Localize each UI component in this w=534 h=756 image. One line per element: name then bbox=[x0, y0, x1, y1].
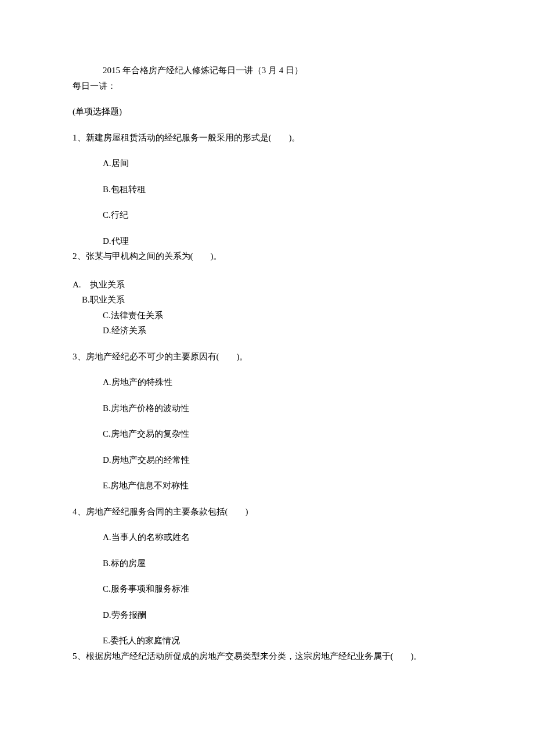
question-5-stem: 5、根据房地产经纪活动所促成的房地产交易类型来分类，这宗房地产经纪业务属于( )… bbox=[73, 650, 461, 663]
question-3-option-c: C.房地产交易的复杂性 bbox=[103, 427, 461, 441]
question-3-option-d: D.房地产交易的经常性 bbox=[103, 453, 461, 467]
question-2-option-b: B.职业关系 bbox=[82, 293, 461, 307]
question-1-option-a: A.居间 bbox=[103, 157, 461, 170]
question-3-option-b: B.房地产价格的波动性 bbox=[103, 402, 461, 415]
question-1-option-c: C.行纪 bbox=[103, 208, 461, 222]
question-4-stem: 4、房地产经纪服务合同的主要条款包括( ) bbox=[73, 505, 461, 519]
question-2-option-d: D.经济关系 bbox=[103, 324, 461, 337]
question-4-option-e: E.委托人的家庭情况 bbox=[103, 634, 461, 647]
question-2-option-a: A. 执业关系 bbox=[73, 278, 461, 291]
question-4-option-a: A.当事人的名称或姓名 bbox=[103, 531, 461, 544]
question-2-stem: 2、张某与甲机构之间的关系为( )。 bbox=[73, 250, 461, 263]
subtitle: 每日一讲： bbox=[73, 80, 461, 93]
question-1-option-d: D.代理 bbox=[103, 235, 461, 248]
question-3-option-e: E.房地产信息不对称性 bbox=[103, 479, 461, 492]
question-1-stem: 1、新建房屋租赁活动的经纪服务一般采用的形式是( )。 bbox=[73, 131, 461, 145]
question-2-option-c: C.法律责任关系 bbox=[103, 309, 461, 322]
question-4-option-d: D.劳务报酬 bbox=[103, 609, 461, 622]
section-label: (单项选择题) bbox=[73, 105, 461, 118]
question-4-option-c: C.服务事项和服务标准 bbox=[103, 582, 461, 596]
question-3-option-a: A.房地产的特殊性 bbox=[103, 376, 461, 389]
document-title: 2015 年合格房产经纪人修炼记每日一讲（3 月 4 日） bbox=[103, 64, 461, 77]
question-1-option-b: B.包租转租 bbox=[103, 183, 461, 196]
question-4-option-b: B.标的房屋 bbox=[103, 557, 461, 570]
question-3-stem: 3、房地产经纪必不可少的主要原因有( )。 bbox=[73, 350, 461, 363]
